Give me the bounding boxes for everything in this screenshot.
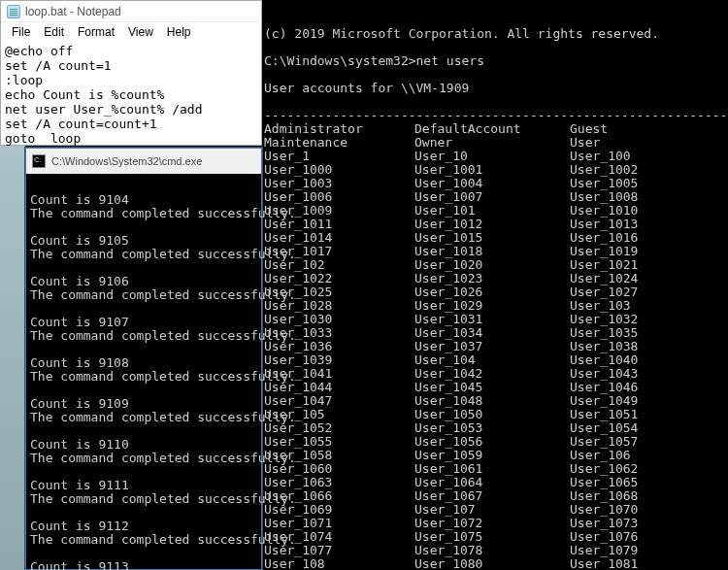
menu-file[interactable]: File xyxy=(5,23,37,41)
cmd-loop-title: C:\Windows\System32\cmd.exe xyxy=(51,155,202,167)
cmd-loop-titlebar[interactable]: C:\Windows\System32\cmd.exe xyxy=(26,149,261,174)
cmd-icon xyxy=(32,154,46,168)
cmd-loop-output: Count is 9104 The command completed succ… xyxy=(26,174,261,570)
notepad-icon xyxy=(7,5,20,18)
menu-format[interactable]: Format xyxy=(71,23,121,41)
notepad-window[interactable]: loop.bat - Notepad File Edit Format View… xyxy=(0,0,262,146)
notepad-menubar[interactable]: File Edit Format View Help xyxy=(1,22,261,42)
cmd-output: (c) 2019 Microsoft Corporation. All righ… xyxy=(264,27,726,570)
notepad-title: loop.bat - Notepad xyxy=(25,5,121,18)
menu-help[interactable]: Help xyxy=(160,23,198,41)
menu-view[interactable]: View xyxy=(121,23,160,41)
notepad-titlebar[interactable]: loop.bat - Notepad xyxy=(1,1,261,22)
cmd-window-netusers[interactable]: (c) 2019 Microsoft Corporation. All righ… xyxy=(262,0,728,570)
cmd-window-loop[interactable]: C:\Windows\System32\cmd.exe Count is 910… xyxy=(25,148,262,570)
menu-edit[interactable]: Edit xyxy=(37,23,71,41)
notepad-text-area[interactable]: @echo off set /A count=1 :loop echo Coun… xyxy=(1,42,261,148)
